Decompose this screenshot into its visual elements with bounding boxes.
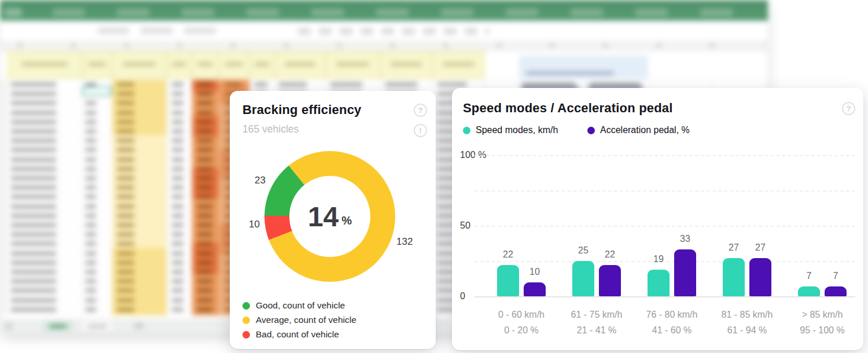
header-cell — [249, 51, 275, 79]
header-cell — [7, 51, 82, 79]
active-sheet-tab — [43, 321, 73, 332]
header-cell — [219, 51, 249, 79]
header-cell — [82, 51, 112, 79]
bar-value: 27 — [723, 242, 745, 253]
bar-value: 27 — [749, 242, 771, 253]
bar-value: 19 — [648, 254, 670, 264]
x-axis-baseline — [475, 296, 855, 297]
bar-group-4: 27 27 — [709, 155, 785, 296]
info-icon[interactable]: ! — [414, 124, 427, 137]
x-label-2: 61 - 75 km/h21 - 41 % — [559, 307, 634, 338]
speed-dot-icon — [463, 127, 470, 134]
legend-label: Average, count of vehicle — [256, 315, 356, 325]
legend-label: Acceleration pedal, % — [600, 125, 690, 135]
header-cell — [432, 51, 485, 79]
speed-bar[interactable]: 27 — [723, 258, 745, 296]
bar-chart: 22 10 25 22 19 33 27 27 7 7 — [484, 155, 860, 296]
data-column — [7, 80, 83, 315]
pedal-bar[interactable]: 10 — [524, 282, 546, 296]
bar-group-5: 7 7 — [785, 155, 860, 296]
help-icon[interactable]: ? — [842, 102, 855, 115]
bar-value: 7 — [798, 271, 820, 281]
pedal-bar[interactable]: 33 — [674, 249, 696, 296]
speed-bar[interactable]: 22 — [497, 265, 519, 296]
header-cell — [325, 51, 380, 79]
x-label-4: 81 - 85 km/h61 - 94 % — [709, 307, 785, 338]
data-column — [167, 80, 192, 315]
header-cell — [380, 51, 432, 79]
braking-efficiency-card: Bracking efficiency ? ! 165 vehicles 14 … — [230, 91, 436, 349]
bar-value: 22 — [497, 249, 519, 260]
orange-highlight-column — [192, 80, 219, 315]
merged-blue-cell — [519, 56, 648, 79]
speed-bar[interactable]: 7 — [798, 286, 820, 296]
average-slice-label: 132 — [396, 236, 413, 248]
card-title: Speed modes / Acceleration pedal — [463, 101, 673, 116]
legend-label: Bad, count of vehicle — [256, 329, 339, 340]
pedal-bar[interactable]: 7 — [825, 286, 847, 296]
pedal-dot-icon — [587, 127, 595, 134]
toolbar-icon-blobs — [298, 28, 489, 35]
bar-value: 22 — [599, 249, 621, 260]
legend-label: Speed modes, km/h — [476, 125, 558, 135]
legend-item-average: Average, count of vehicle — [242, 315, 356, 325]
speed-bar[interactable]: 25 — [572, 261, 594, 296]
header-cell — [167, 51, 192, 79]
menu-bar-blobs — [52, 9, 755, 16]
average-dot-icon — [242, 317, 250, 324]
bad-slice-label: 10 — [249, 219, 260, 230]
good-dot-icon — [242, 302, 250, 310]
toolbar-blobs — [97, 27, 222, 34]
bar-value: 33 — [674, 234, 696, 244]
bar-value: 25 — [572, 245, 594, 256]
legend-item-good: Good, count of vehicle — [242, 300, 356, 311]
card-title: Bracking efficiency — [242, 102, 362, 117]
x-label-1: 0 - 60 km/h0 - 20 % — [484, 307, 559, 338]
vehicles-count-subtitle: 165 vehicles — [242, 123, 299, 135]
donut-center: 14 % — [289, 176, 370, 257]
legend-item-bad: Bad, count of vehicle — [242, 329, 356, 340]
center-percentage-value: 14 — [308, 201, 339, 233]
x-axis-labels: 0 - 60 km/h0 - 20 % 61 - 75 km/h21 - 41 … — [484, 307, 860, 338]
app-logo — [5, 8, 22, 17]
data-column — [82, 80, 112, 315]
add-sheet-blob — [5, 322, 13, 330]
pedal-bar[interactable]: 27 — [749, 258, 771, 296]
help-icon[interactable]: ? — [414, 104, 427, 117]
header-cell — [112, 51, 167, 79]
legend-item-acceleration-pedal: Acceleration pedal, % — [587, 125, 690, 135]
pedal-bar[interactable]: 22 — [599, 265, 621, 296]
speed-bar[interactable]: 19 — [648, 270, 670, 296]
center-percentage-unit: % — [341, 214, 352, 227]
tabs-menu-blob — [134, 323, 144, 329]
selected-cell — [82, 86, 112, 95]
bar-value: 10 — [524, 267, 546, 277]
column-letters — [17, 44, 764, 47]
bar-group-2: 25 22 — [559, 155, 634, 296]
x-label-3: 76 - 80 km/h41 - 60 % — [634, 307, 709, 338]
y-tick-50: 50 — [460, 220, 470, 231]
good-slice-label: 23 — [255, 175, 266, 186]
bar-group-3: 19 33 — [634, 155, 709, 296]
bar-value: 7 — [825, 271, 847, 281]
x-label-5: > 85 km/h95 - 100 % — [785, 307, 860, 338]
donut-legend: Good, count of vehicle Average, count of… — [242, 300, 356, 344]
bar-group-1: 22 10 — [484, 155, 559, 296]
bad-dot-icon — [242, 331, 250, 339]
y-tick-0: 0 — [460, 291, 465, 301]
donut-chart[interactable]: 14 % — [264, 151, 395, 282]
speed-modes-card: Speed modes / Acceleration pedal ? Speed… — [452, 88, 863, 350]
sheet-tab — [82, 321, 113, 332]
yellow-highlight-column — [112, 80, 167, 315]
header-cell — [275, 51, 325, 79]
header-cell — [192, 51, 219, 79]
legend-item-speed-modes: Speed modes, km/h — [463, 125, 558, 135]
legend-label: Good, count of vehicle — [256, 300, 345, 311]
